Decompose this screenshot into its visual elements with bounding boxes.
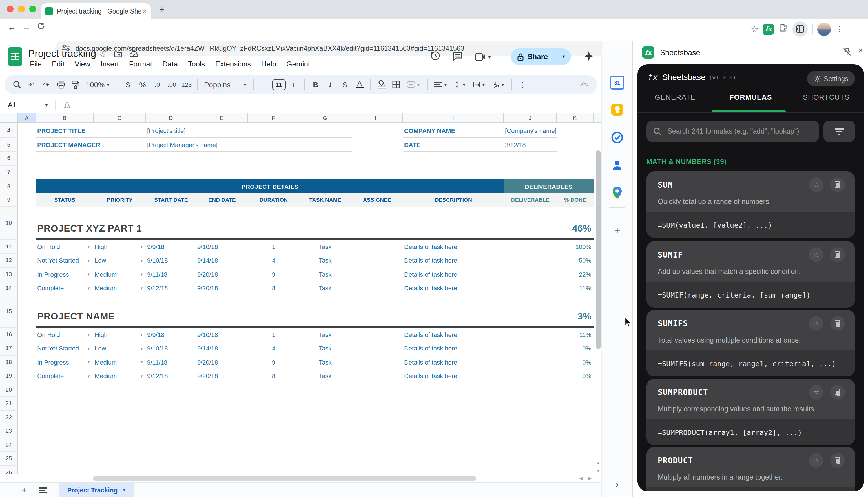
font-select[interactable]: Poppins▼ bbox=[202, 77, 249, 92]
status-cell[interactable]: In Progress bbox=[37, 355, 69, 369]
column-header-C[interactable]: C bbox=[94, 113, 146, 122]
row-number[interactable]: 13 bbox=[0, 267, 17, 281]
table-row[interactable]: Complete▼ Medium▼ 9/12/18 9/20/18 8 Task… bbox=[36, 281, 594, 295]
table-row[interactable]: Not Yet Started▼ Low▼ 9/10/18 9/14/18 4 … bbox=[36, 254, 594, 267]
col-start-date[interactable]: START DATE bbox=[146, 193, 196, 207]
section-title-row[interactable]: PROJECT NAME 3% bbox=[36, 295, 594, 328]
start-date-cell[interactable]: 9/9/18 bbox=[147, 328, 164, 341]
duration-cell[interactable]: 8 bbox=[248, 369, 299, 383]
favorite-star-icon[interactable]: ☆ bbox=[809, 316, 824, 331]
back-icon[interactable]: ← bbox=[4, 22, 19, 31]
decrease-font-size-button[interactable]: − bbox=[258, 77, 271, 92]
task-name-cell[interactable]: Task bbox=[299, 281, 351, 295]
formula-card-sumif[interactable]: SUMIF ☆ Add up values that match a speci… bbox=[646, 241, 855, 308]
row-number[interactable]: 10 bbox=[0, 207, 17, 240]
end-date-cell[interactable]: 9/10/18 bbox=[197, 328, 218, 341]
start-date-cell[interactable]: 9/12/18 bbox=[147, 369, 168, 383]
share-button[interactable]: Share ▼ bbox=[511, 48, 571, 65]
info-row-project-manager[interactable]: PROJECT MANAGER [Project Manager's name]… bbox=[36, 138, 594, 152]
project-title-value[interactable]: [Project's title] bbox=[147, 124, 185, 138]
scroll-right-icon[interactable]: ▶ bbox=[588, 476, 592, 481]
formula-card-sumifs[interactable]: SUMIFS ☆ Total values using multiple con… bbox=[646, 310, 855, 377]
task-name-cell[interactable]: Task bbox=[299, 369, 351, 383]
collapse-toolbar-icon[interactable] bbox=[578, 77, 591, 92]
table-row[interactable]: In Progress▼ Medium▼ 9/11/18 9/20/18 9 T… bbox=[36, 355, 594, 369]
favorite-star-icon[interactable]: ☆ bbox=[809, 247, 824, 262]
scroll-up-icon[interactable]: ▲ bbox=[596, 460, 600, 464]
column-header-D[interactable]: D bbox=[146, 113, 196, 122]
formula-syntax[interactable]: =SUMPRODUCT(array1, [array2], ...) bbox=[646, 419, 855, 445]
tab-formulas[interactable]: FORMULAS bbox=[713, 94, 788, 112]
menu-file[interactable]: File bbox=[25, 59, 47, 70]
status-cell[interactable]: Complete bbox=[37, 281, 64, 295]
row-number[interactable]: 23 bbox=[0, 424, 17, 438]
scroll-down-icon[interactable]: ▼ bbox=[596, 469, 600, 473]
print-icon[interactable] bbox=[54, 77, 68, 92]
row-number[interactable]: 19 bbox=[0, 369, 17, 383]
percent-done-cell[interactable]: 11% bbox=[580, 281, 591, 295]
browser-tab[interactable]: Project tracking - Google She × bbox=[41, 3, 151, 18]
table-row[interactable]: In Progress▼ Medium▼ 9/11/18 9/20/18 9 T… bbox=[36, 267, 594, 281]
end-date-cell[interactable]: 9/20/18 bbox=[197, 369, 218, 383]
formula-search[interactable] bbox=[646, 120, 819, 142]
row-number[interactable]: 5 bbox=[0, 138, 17, 152]
formula-syntax[interactable] bbox=[646, 487, 855, 491]
percent-done-cell[interactable]: 50% bbox=[579, 254, 591, 267]
menu-edit[interactable]: Edit bbox=[47, 59, 70, 70]
status-cell[interactable]: Not Yet Started bbox=[37, 254, 79, 267]
row-number[interactable]: 8 bbox=[0, 179, 17, 193]
description-cell[interactable]: Details of task here bbox=[404, 355, 457, 369]
window-controls[interactable] bbox=[7, 6, 41, 12]
priority-cell[interactable]: Medium bbox=[95, 281, 117, 295]
priority-dropdown-icon[interactable]: ▼ bbox=[140, 328, 143, 341]
tab-generate[interactable]: GENERATE bbox=[638, 94, 713, 112]
borders-button[interactable] bbox=[389, 77, 403, 92]
horizontal-scrollbar[interactable] bbox=[93, 476, 476, 481]
priority-cell[interactable]: High bbox=[95, 328, 108, 341]
status-dropdown-icon[interactable]: ▼ bbox=[87, 240, 90, 254]
task-name-cell[interactable]: Task bbox=[299, 254, 351, 267]
priority-dropdown-icon[interactable]: ▼ bbox=[140, 254, 143, 267]
formula-card-sumproduct[interactable]: SUMPRODUCT ☆ Multiply corresponding valu… bbox=[646, 379, 855, 445]
paint-format-icon[interactable] bbox=[69, 77, 82, 92]
end-date-cell[interactable]: 9/20/18 bbox=[197, 281, 218, 295]
company-name-value[interactable]: [Company's name] bbox=[505, 124, 557, 138]
priority-cell[interactable]: High bbox=[95, 240, 108, 254]
col-priority[interactable]: PRIORITY bbox=[94, 193, 146, 207]
document-title[interactable]: Project tracking bbox=[28, 48, 96, 60]
new-tab-button[interactable]: + bbox=[159, 4, 165, 14]
row-number[interactable]: 18 bbox=[0, 355, 17, 369]
font-size-input[interactable]: 11 bbox=[272, 79, 286, 90]
comments-icon[interactable] bbox=[453, 51, 463, 63]
favorite-star-icon[interactable]: ☆ bbox=[809, 453, 824, 468]
priority-dropdown-icon[interactable]: ▼ bbox=[140, 267, 143, 281]
fill-color-button[interactable] bbox=[375, 77, 388, 92]
task-name-cell[interactable]: Task bbox=[299, 355, 351, 369]
percent-done-cell[interactable]: 0% bbox=[582, 369, 591, 383]
description-cell[interactable]: Details of task here bbox=[404, 240, 457, 254]
end-date-cell[interactable]: 9/14/18 bbox=[197, 254, 218, 267]
table-row[interactable]: Not Yet Started▼ Low▼ 9/10/18 9/14/18 4 … bbox=[36, 341, 594, 355]
tasks-icon[interactable] bbox=[611, 131, 623, 146]
start-date-cell[interactable]: 9/9/18 bbox=[147, 240, 164, 254]
row-number[interactable]: 17 bbox=[0, 341, 17, 355]
calendar-icon[interactable]: 31 bbox=[610, 75, 624, 89]
contacts-icon[interactable] bbox=[611, 159, 623, 173]
duration-cell[interactable]: 4 bbox=[248, 254, 299, 267]
increase-font-size-button[interactable]: + bbox=[287, 77, 300, 92]
decrease-decimals-button[interactable]: .0 bbox=[151, 77, 164, 92]
column-header-B[interactable]: B bbox=[36, 113, 94, 122]
priority-dropdown-icon[interactable]: ▼ bbox=[140, 341, 143, 355]
status-cell[interactable]: In Progress bbox=[37, 267, 69, 281]
formula-card-sum[interactable]: SUM ☆ Quickly total up a range of number… bbox=[646, 171, 855, 238]
priority-cell[interactable]: Medium bbox=[95, 267, 117, 281]
meet-video-icon[interactable]: ▼ bbox=[475, 53, 492, 61]
column-header-I[interactable]: I bbox=[403, 113, 504, 122]
google-sheets-logo[interactable] bbox=[8, 47, 22, 66]
end-date-cell[interactable]: 9/20/18 bbox=[197, 267, 218, 281]
pin-icon[interactable] bbox=[843, 47, 852, 59]
priority-dropdown-icon[interactable]: ▼ bbox=[140, 240, 143, 254]
currency-format-button[interactable]: $ bbox=[121, 77, 135, 92]
col-description[interactable]: DESCRIPTION bbox=[403, 193, 504, 207]
row-number[interactable]: 25 bbox=[0, 452, 17, 466]
